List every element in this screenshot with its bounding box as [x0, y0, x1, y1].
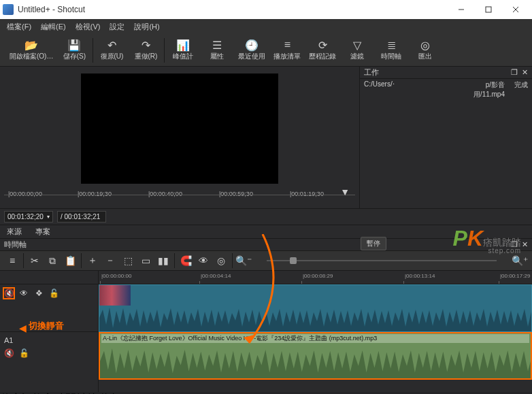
timecode-total: / 00:01:32;21 [57, 211, 106, 223]
track-headers: 🔇 👁 ❖ 🔓 A1 🔇 🔓 [0, 271, 99, 392]
history-button[interactable]: ⟳歷程記錄 [305, 37, 340, 63]
timeline-menu-button[interactable]: ≡ [4, 252, 20, 269]
chevron-down-icon[interactable]: ▾ [47, 214, 50, 220]
window-title: Untitled+ - Shotcut [18, 5, 448, 14]
playhead-marker-icon[interactable]: ▼ [340, 186, 350, 197]
jobs-header: 工作 ❐✕ [360, 67, 532, 79]
peak-meter-button[interactable]: 📊峰值計 [166, 37, 200, 63]
minimize-button[interactable] [448, 1, 475, 18]
ripple-button[interactable]: ◎ [213, 252, 229, 269]
zoom-thumb[interactable] [290, 257, 297, 264]
zoom-in-button[interactable]: 🔍⁺ [512, 252, 528, 269]
job-path: C:/Users/‧ [364, 80, 452, 99]
clock-icon: 🕘 [245, 39, 259, 51]
jobs-close-icon[interactable]: ✕ [522, 68, 528, 77]
history-icon: ⟳ [318, 39, 327, 51]
main-toolbar: 📂開啟檔案(O)… 💾儲存(S) ↶復原(U) ↷重做(R) 📊峰值計 ☰屬性 … [0, 34, 532, 67]
save-icon: 💾 [67, 39, 81, 51]
timeline-toolbar: ≡ ✂ ⧉ 📋 ＋ － ⬚ ▭ ▮▮ 🧲 👁 ◎ 🔍⁻ 🔍⁺ [0, 250, 532, 271]
recent-button[interactable]: 🕘最近使用 [234, 37, 269, 63]
menu-edit[interactable]: 編輯(E) [37, 20, 70, 33]
svg-rect-1 [486, 7, 491, 12]
preview-ruler[interactable]: |00:00:00;00 |00:00:19;30 |00:00:40;00 |… [4, 186, 355, 204]
funnel-icon: ▽ [353, 39, 361, 51]
filters-button[interactable]: ▽濾鏡 [340, 37, 374, 63]
audio-lock-button[interactable]: 🔓 [18, 347, 30, 359]
job-status: 完成 [509, 80, 528, 99]
video-clip[interactable] [99, 284, 532, 332]
overwrite-button[interactable]: ▭ [137, 252, 154, 269]
tab-project[interactable]: 專案 [29, 225, 57, 238]
tracks-canvas[interactable]: |00:00:00:00 |00:00:04:14 |00:00:08:29 |… [99, 271, 532, 392]
job-filename: p/影音用/11.mp4 [456, 80, 505, 99]
close-button[interactable] [502, 1, 529, 18]
save-button[interactable]: 💾儲存(S) [57, 37, 91, 63]
menu-view[interactable]: 檢視(V) [71, 20, 105, 33]
timecode-current[interactable]: 00:01:32;20▾ [4, 211, 53, 223]
preview-panel: |00:00:00;00 |00:00:19;30 |00:00:40;00 |… [0, 67, 359, 208]
composite-button[interactable]: ❖ [33, 287, 45, 299]
jobs-undock-icon[interactable]: ❐ [511, 68, 518, 77]
cut-button[interactable]: ✂ [27, 252, 43, 269]
zoom-out-button[interactable]: 🔍⁻ [235, 252, 252, 269]
source-tabs: 來源 專案 [0, 225, 532, 238]
playlist-icon: ≡ [284, 39, 290, 51]
timeline-title: 時間軸 [4, 240, 27, 250]
timeline-icon: ≣ [387, 39, 396, 51]
menu-file[interactable]: 檔案(F) [3, 20, 35, 33]
lock-button[interactable]: 🔓 [48, 287, 60, 299]
properties-button[interactable]: ☰屬性 [200, 37, 234, 63]
zoom-slider[interactable] [253, 260, 510, 261]
copy-button[interactable]: ⧉ [44, 252, 61, 269]
preview-canvas[interactable] [81, 73, 278, 184]
tab-source[interactable]: 來源 [0, 225, 29, 238]
clip-thumbnail [99, 285, 131, 306]
folder-open-icon: 📂 [24, 39, 38, 51]
toolbar-separator [93, 38, 93, 63]
hide-toggle-button[interactable]: 👁 [18, 287, 30, 299]
open-file-button[interactable]: 📂開啟檔案(O)… [5, 37, 57, 63]
menu-help[interactable]: 說明(H) [130, 20, 163, 33]
scrub-button[interactable]: 👁 [195, 252, 212, 269]
undo-button[interactable]: ↶復原(U) [95, 37, 129, 63]
app-icon [3, 4, 14, 15]
titlebar: Untitled+ - Shotcut [0, 0, 532, 19]
redo-button[interactable]: ↷重做(R) [129, 37, 163, 63]
append-button[interactable]: ＋ [84, 252, 101, 269]
timeline-close-icon[interactable]: ✕ [522, 240, 528, 249]
export-button[interactable]: ◎匯出 [408, 37, 442, 63]
playlist-button[interactable]: ≡播放清單 [269, 37, 305, 63]
jobs-title: 工作 [364, 67, 379, 78]
snap-button[interactable]: 🧲 [178, 252, 194, 269]
video-track-header[interactable]: 🔇 👁 ❖ 🔓 [0, 284, 98, 332]
pause-button[interactable]: 暫停 [361, 237, 386, 250]
audio-track-label: A1 [3, 335, 95, 346]
split-button[interactable]: ▮▮ [155, 252, 171, 269]
timeline-undock-icon[interactable]: ❐ [511, 240, 518, 249]
audio-clip[interactable]: A-Lin《忘記擁抱 Forget Love》Official Music Vi… [99, 332, 532, 380]
timeline-header: 時間軸 ❐✕ [0, 238, 532, 250]
audio-clip-label: A-Lin《忘記擁抱 Forget Love》Official Music Vi… [101, 334, 529, 343]
lift-button[interactable]: ⬚ [120, 252, 136, 269]
job-row[interactable]: C:/Users/‧ p/影音用/11.mp4 完成 [360, 79, 532, 101]
mute-toggle-button[interactable]: 🔇 [3, 287, 15, 299]
content-row: |00:00:00;00 |00:00:19;30 |00:00:40;00 |… [0, 67, 532, 208]
audio-mute-button[interactable]: 🔇 [3, 347, 15, 359]
meters-icon: 📊 [176, 39, 190, 51]
undo-icon: ↶ [107, 39, 116, 51]
timeline-ruler[interactable]: |00:00:00:00 |00:00:04:14 |00:00:08:29 |… [99, 271, 532, 284]
jobs-panel: 工作 ❐✕ C:/Users/‧ p/影音用/11.mp4 完成 [359, 67, 532, 208]
audio-track-header[interactable]: A1 🔇 🔓 [0, 332, 98, 380]
ruler-baseline [4, 195, 355, 204]
timeline-area: 🔇 👁 ❖ 🔓 A1 🔇 🔓 |00:00:00:00 |00:00:04:14… [0, 271, 532, 392]
remove-button[interactable]: － [102, 252, 118, 269]
timeline-button[interactable]: ≣時間軸 [374, 37, 408, 63]
window-controls [448, 1, 529, 18]
video-waveform [99, 304, 532, 331]
transport-bar: 00:01:32;20▾ / 00:01:32;21 [0, 208, 532, 225]
menu-settings[interactable]: 設定 [105, 20, 129, 33]
maximize-button[interactable] [475, 1, 502, 18]
toolbar-separator [164, 38, 165, 63]
paste-button[interactable]: 📋 [62, 252, 78, 269]
menubar: 檔案(F) 編輯(E) 檢視(V) 設定 說明(H) [0, 19, 532, 34]
